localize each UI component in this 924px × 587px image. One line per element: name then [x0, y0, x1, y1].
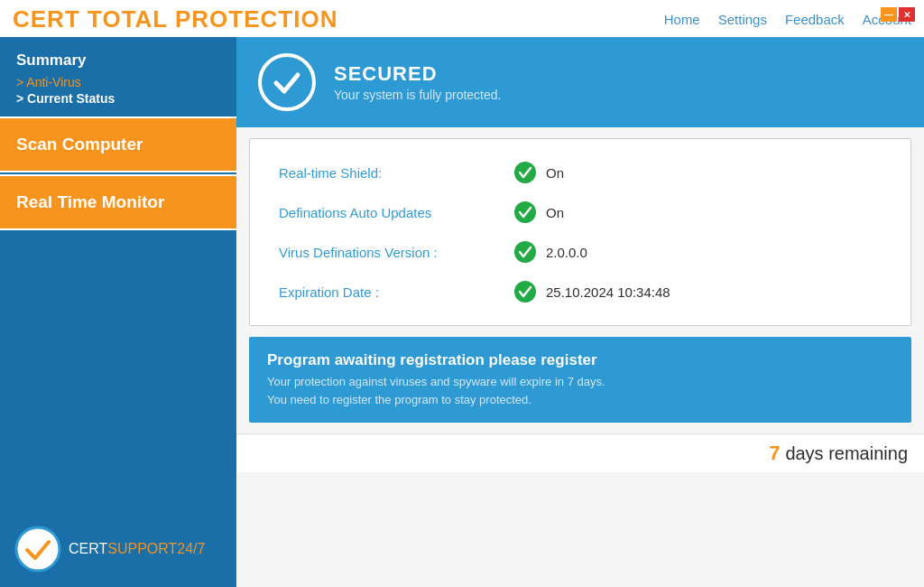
reg-notice-title: Program awaiting registration please reg… — [267, 351, 893, 369]
logo-cert: CERT — [69, 541, 107, 556]
days-label: days remaining — [785, 443, 908, 463]
close-button[interactable]: ✕ — [899, 7, 915, 22]
minimize-button[interactable]: — — [881, 7, 897, 22]
secured-banner: SECURED Your system is fully protected. — [236, 37, 924, 127]
status-value-realtime: On — [546, 165, 564, 181]
status-label-version: Virus Definations Version : — [279, 245, 513, 260]
sidebar-current-status-link[interactable]: > Current Status — [16, 91, 220, 106]
secured-subtitle: Your system is fully protected. — [334, 88, 501, 102]
scan-computer-button[interactable]: Scan Computer — [0, 116, 236, 172]
header: CERT TOTAL PROTECTION Home Settings Feed… — [0, 0, 924, 37]
status-check-icon-version — [513, 240, 537, 264]
status-label-realtime: Real-time Shield: — [279, 165, 513, 181]
svg-point-3 — [514, 241, 536, 263]
secured-title: SECURED — [334, 62, 501, 86]
secured-text: SECURED Your system is fully protected. — [334, 62, 501, 102]
days-remaining: 7days remaining — [769, 442, 908, 465]
logo-area: CERTSUPPORT24/7 — [14, 526, 222, 573]
svg-point-2 — [514, 201, 536, 223]
status-row-expiration: Expiration Date : 25.10.2024 10:34:48 — [279, 280, 882, 303]
sidebar-summary-title: Summary — [16, 51, 220, 70]
status-row-updates: Definations Auto Updates On — [279, 200, 882, 224]
status-value-expiration: 25.10.2024 10:34:48 — [546, 284, 670, 300]
nav-settings[interactable]: Settings — [718, 12, 767, 27]
status-value-updates: On — [546, 205, 564, 220]
main-content: Summary > Anti-Virus > Current Status Sc… — [0, 37, 924, 587]
sidebar-antivirus-link[interactable]: > Anti-Virus — [16, 75, 220, 89]
right-content: SECURED Your system is fully protected. … — [236, 37, 924, 587]
logo-text: CERTSUPPORT24/7 — [69, 541, 205, 557]
nav-feedback[interactable]: Feedback — [785, 12, 845, 27]
nav-home[interactable]: Home — [664, 12, 700, 27]
status-panel: Real-time Shield: On Definations Auto Up… — [249, 138, 911, 326]
reg-notice-line2: You need to register the program to stay… — [267, 391, 893, 409]
status-row-version: Virus Definations Version : 2.0.0.0 — [279, 240, 882, 264]
reg-notice-line1: Your protection against viruses and spyw… — [267, 373, 893, 391]
status-check-icon-expiration — [513, 280, 537, 303]
logo-icon — [14, 526, 61, 573]
real-time-monitor-button[interactable]: Real Time Monitor — [0, 174, 236, 230]
registration-notice: Program awaiting registration please reg… — [249, 337, 911, 423]
status-check-icon-realtime — [513, 161, 537, 184]
svg-point-4 — [514, 281, 536, 303]
sidebar: Summary > Anti-Virus > Current Status Sc… — [0, 37, 236, 587]
svg-point-0 — [16, 527, 60, 571]
check-circle — [258, 53, 316, 111]
days-count: 7 — [769, 442, 780, 464]
app-window: CERT TOTAL PROTECTION Home Settings Feed… — [0, 0, 924, 587]
status-label-expiration: Expiration Date : — [279, 284, 513, 300]
status-label-updates: Definations Auto Updates — [279, 205, 513, 220]
logo-support: SUPPORT24/7 — [107, 541, 205, 556]
nav-links: Home Settings Feedback Account — ✕ — [664, 12, 911, 27]
status-check-icon-updates — [513, 200, 537, 224]
app-title: CERT TOTAL PROTECTION — [13, 5, 337, 33]
footer: 7days remaining — [236, 433, 924, 472]
checkmark-icon — [271, 66, 303, 98]
status-value-version: 2.0.0.0 — [546, 245, 587, 260]
svg-point-1 — [514, 162, 536, 183]
sidebar-summary: Summary > Anti-Virus > Current Status — [0, 37, 236, 116]
status-row-realtime: Real-time Shield: On — [279, 161, 882, 184]
window-controls: — ✕ — [881, 7, 915, 22]
sidebar-bottom: CERTSUPPORT24/7 — [0, 230, 236, 587]
